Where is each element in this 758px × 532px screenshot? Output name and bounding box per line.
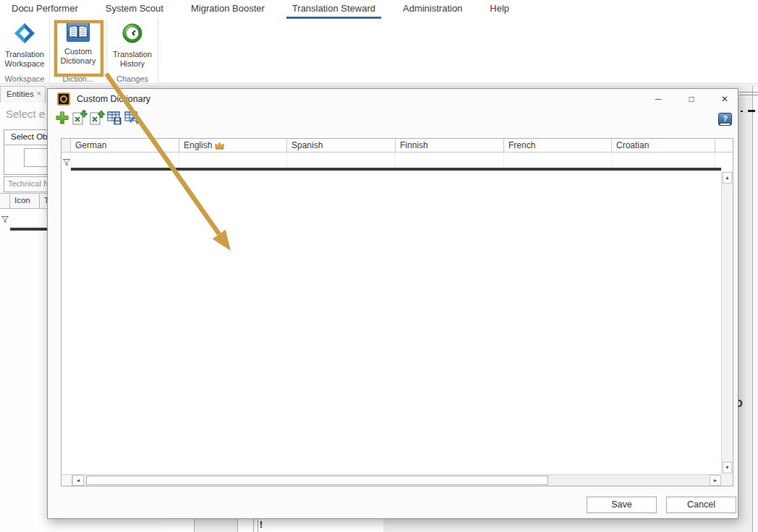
dictionary-grid: German English Spanish Finnish French Cr… (61, 138, 733, 486)
tick-mark (741, 111, 743, 112)
ribbon-button-label: Translation History (110, 50, 155, 69)
cell-border (257, 519, 258, 532)
custom-dictionary-button[interactable]: Custom Dictionary (56, 19, 101, 74)
import-excel-button[interactable] (72, 111, 88, 127)
column-header-spanish[interactable]: Spanish (287, 139, 396, 152)
group-changes: Translation History Changes (107, 19, 158, 84)
dialog-toolbar (54, 111, 140, 127)
ribbon-tab-bar: Docu Performer System Scout Migration Bo… (6, 0, 515, 19)
grid-data-area[interactable] (61, 171, 721, 474)
scroll-up-button[interactable]: ▲ (723, 172, 732, 184)
excel-import-icon (72, 110, 88, 129)
save-button[interactable]: Save (587, 497, 657, 513)
add-entry-button[interactable] (54, 111, 70, 127)
filter-cell-croatian[interactable] (612, 153, 715, 168)
background-table-fragment: ! (166, 519, 383, 532)
excel-export-icon (89, 110, 105, 129)
ribbon-groups: Translation Workspace Workspace (0, 19, 158, 84)
open-book-icon (67, 22, 90, 45)
cell-border (194, 519, 195, 532)
group-caption-workspace: Workspace (5, 74, 45, 83)
tab-entities[interactable]: Entities × (0, 86, 46, 103)
group-caption-changes: Changes (116, 74, 148, 83)
scrollbar-grip[interactable] (61, 475, 72, 486)
select-entities-heading: Select e (6, 108, 45, 120)
group-workspace: Translation Workspace Workspace (0, 19, 50, 84)
scroll-left-button[interactable]: ◄ (72, 475, 84, 486)
tab-system-scout[interactable]: System Scout (100, 0, 169, 19)
maximize-button[interactable]: □ (680, 90, 703, 108)
cell-border (237, 519, 238, 532)
cell-border (253, 519, 254, 532)
minimize-button[interactable]: ─ (647, 90, 670, 108)
close-tab-icon[interactable]: × (37, 89, 41, 98)
filter-cell-finnish[interactable] (396, 153, 504, 168)
scrollbar-thumb[interactable] (86, 476, 548, 485)
column-header-croatian[interactable]: Croatian (612, 139, 715, 152)
history-clock-icon (121, 22, 144, 48)
table-cell-fragment (194, 519, 237, 532)
tab-migration-booster[interactable]: Migration Booster (185, 0, 271, 19)
filter-cell-german[interactable] (71, 153, 179, 168)
row-indicator-header (0, 194, 10, 208)
column-header-french[interactable]: French (504, 139, 612, 152)
filter-icon (61, 153, 71, 168)
row-indicator-header (61, 139, 71, 152)
ribbon: Docu Performer System Scout Migration Bo… (0, 0, 758, 84)
app-logo-icon (57, 93, 70, 106)
question-mark-icon: ? (723, 114, 728, 123)
grid-refresh-icon (124, 110, 140, 129)
save-layout-button[interactable] (106, 111, 122, 127)
translation-workspace-button[interactable]: Translation Workspace (2, 19, 47, 74)
vertical-scrollbar[interactable]: ▲ ▼ (721, 171, 733, 474)
filter-cell-spanish[interactable] (287, 153, 396, 168)
group-dictionary: Custom Dictionary Diction... (50, 19, 107, 84)
background-right-margin (753, 86, 758, 532)
grid-save-icon (106, 110, 122, 129)
dialog-title: Custom Dictionary (77, 94, 150, 104)
cancel-button[interactable]: Cancel (666, 497, 736, 513)
tab-docu-performer[interactable]: Docu Performer (6, 0, 84, 19)
grid-filter-row (61, 153, 733, 168)
ribbon-button-label: Translation Workspace (2, 50, 47, 69)
exclamation-fragment: ! (260, 520, 263, 530)
export-excel-button[interactable] (89, 111, 105, 127)
filter-cell-filler (715, 153, 733, 168)
help-button[interactable]: ? (718, 113, 732, 126)
column-header-finnish[interactable]: Finnish (396, 139, 504, 152)
tab-translation-steward[interactable]: Translation Steward (286, 0, 381, 19)
tab-administration[interactable]: Administration (397, 0, 468, 19)
entities-tab-label: Entities (7, 90, 34, 98)
close-button[interactable]: ✕ (713, 90, 736, 108)
plus-icon (55, 111, 69, 128)
workspace-diamonds-icon (12, 22, 38, 48)
filter-icon (0, 209, 10, 228)
background-grid-line (739, 92, 758, 93)
column-header-filler (715, 139, 733, 152)
tab-help[interactable]: Help (484, 0, 515, 19)
scrollbar-corner (721, 474, 733, 486)
reset-layout-button[interactable] (124, 111, 140, 127)
background-grid-line (739, 95, 758, 95)
custom-dictionary-dialog: Custom Dictionary ─ □ ✕ (47, 88, 738, 519)
column-header-german[interactable]: German (71, 139, 179, 152)
tick-mark (748, 110, 755, 112)
column-header-icon[interactable]: Icon (10, 194, 40, 208)
dialog-titlebar[interactable]: Custom Dictionary ─ □ ✕ (48, 89, 738, 109)
filter-cell-french[interactable] (504, 153, 612, 168)
master-language-crown-icon (215, 140, 224, 152)
grid-header-row: German English Spanish Finnish French Cr… (61, 139, 733, 153)
scroll-right-button[interactable]: ► (710, 475, 721, 486)
horizontal-scrollbar[interactable]: ◄ ► (61, 474, 721, 486)
group-caption-dictionary: Diction... (63, 74, 94, 83)
scroll-down-button[interactable]: ▼ (723, 462, 732, 473)
column-header-english[interactable]: English (179, 139, 287, 152)
ribbon-button-label: Custom Dictionary (56, 47, 101, 66)
translation-history-button[interactable]: Translation History (110, 19, 155, 74)
grid-new-row-line (71, 168, 721, 171)
filter-cell-english[interactable] (179, 153, 287, 168)
